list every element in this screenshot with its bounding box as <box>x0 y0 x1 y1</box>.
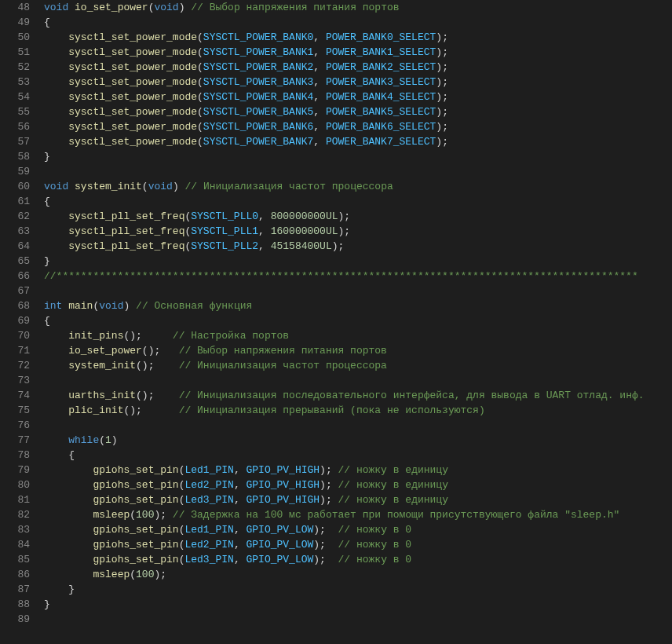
code-area[interactable]: void io_set_power(void) // Выбор напряже… <box>44 0 672 644</box>
code-line[interactable]: //**************************************… <box>44 269 666 284</box>
code-line[interactable]: sysctl_pll_set_freq(SYSCTL_PLL0, 8000000… <box>44 209 666 224</box>
token-fn: io_set_power <box>75 2 148 13</box>
code-line[interactable]: uarths_init(); // Инициализация последов… <box>44 388 666 403</box>
line-number: 66 <box>6 269 30 284</box>
token-pn: ( <box>197 61 203 73</box>
code-line[interactable]: init_pins(); // Настройка портов <box>44 328 666 343</box>
token-pn: , <box>234 539 247 551</box>
code-line[interactable]: int main(void) // Основная функция <box>44 298 666 313</box>
token-fn: sysctl_set_power_mode <box>68 91 197 103</box>
code-line[interactable]: sysctl_set_power_mode(SYSCTL_POWER_BANK5… <box>44 104 666 119</box>
code-line[interactable]: gpiohs_set_pin(Led2_PIN, GPIO_PV_LOW); /… <box>44 537 666 552</box>
token-num: 100 <box>136 569 154 580</box>
code-line[interactable]: { <box>44 313 666 328</box>
code-line[interactable] <box>44 418 666 433</box>
code-line[interactable]: gpiohs_set_pin(Led3_PIN, GPIO_PV_LOW); /… <box>44 552 666 567</box>
token-pn <box>44 225 68 237</box>
code-line[interactable]: { <box>44 194 666 209</box>
token-pn <box>44 569 93 580</box>
token-pn: ); <box>313 554 338 565</box>
code-line[interactable] <box>44 373 666 388</box>
code-line[interactable]: sysctl_set_power_mode(SYSCTL_POWER_BANK6… <box>44 119 666 134</box>
line-number: 50 <box>6 30 30 45</box>
code-line[interactable]: gpiohs_set_pin(Led2_PIN, GPIO_PV_HIGH); … <box>44 478 666 492</box>
token-fn: uarths_init <box>68 390 136 401</box>
code-line[interactable]: { <box>44 448 666 463</box>
code-line[interactable]: sysctl_set_power_mode(SYSCTL_POWER_BANK0… <box>44 30 666 45</box>
code-line[interactable]: { <box>44 15 666 30</box>
token-num: 800000000UL <box>271 210 338 222</box>
token-fn: gpiohs_set_pin <box>93 494 178 506</box>
token-cmt: // Инициализация последовательного интер… <box>179 390 645 401</box>
token-pn <box>44 464 93 476</box>
token-pn: ( <box>130 509 136 521</box>
code-line[interactable]: void io_set_power(void) // Выбор напряже… <box>44 0 666 15</box>
token-pn: (); <box>123 404 178 416</box>
token-fn: sysctl_set_power_mode <box>68 121 197 133</box>
code-line[interactable]: } <box>44 149 666 164</box>
code-line[interactable] <box>44 284 666 298</box>
code-line[interactable]: } <box>44 254 666 269</box>
token-num: 100 <box>136 509 154 521</box>
line-number: 80 <box>6 478 30 492</box>
token-pn: ( <box>197 91 203 103</box>
code-line[interactable]: msleep(100); <box>44 567 666 582</box>
code-line[interactable]: sysctl_set_power_mode(SYSCTL_POWER_BANK1… <box>44 45 666 60</box>
token-pn: , <box>313 91 326 103</box>
line-number: 48 <box>6 0 30 15</box>
token-pn <box>44 509 93 521</box>
code-line[interactable]: io_set_power(); // Выбор напряжения пита… <box>44 343 666 358</box>
token-fn: sysctl_set_power_mode <box>68 61 197 73</box>
line-number-gutter: 4849505152535455565758596061626364656667… <box>0 0 44 644</box>
token-pn: ); <box>436 76 448 88</box>
token-pn <box>44 330 68 342</box>
token-pn: ) <box>111 434 118 446</box>
code-line[interactable]: sysctl_set_power_mode(SYSCTL_POWER_BANK3… <box>44 75 666 90</box>
code-line[interactable] <box>44 164 666 179</box>
token-enum: POWER_BANK2_SELECT <box>326 61 436 73</box>
token-fn: io_set_power <box>68 345 142 357</box>
code-line[interactable]: } <box>44 582 666 597</box>
token-kw: void <box>44 2 68 13</box>
code-line[interactable]: while(1) <box>44 433 666 448</box>
line-number: 74 <box>6 388 30 403</box>
code-line[interactable]: sysctl_set_power_mode(SYSCTL_POWER_BANK7… <box>44 134 666 149</box>
token-brace: { <box>44 315 50 327</box>
line-number: 56 <box>6 119 30 134</box>
code-line[interactable]: } <box>44 597 666 612</box>
code-line[interactable]: gpiohs_set_pin(Led3_PIN, GPIO_PV_HIGH); … <box>44 492 666 507</box>
token-pn: ) <box>179 2 192 13</box>
code-editor[interactable]: 4849505152535455565758596061626364656667… <box>0 0 672 644</box>
code-line[interactable]: msleep(100); // Задержка на 100 мс работ… <box>44 507 666 522</box>
token-pn <box>44 345 68 357</box>
token-cmt: // Инициализация частот процессора <box>185 181 393 192</box>
code-line[interactable]: sysctl_set_power_mode(SYSCTL_POWER_BANK4… <box>44 90 666 104</box>
token-const: SYSCTL_POWER_BANK7 <box>203 136 313 148</box>
token-pn <box>44 449 68 461</box>
token-pn <box>44 494 93 506</box>
code-line[interactable]: void system_init(void) // Инициализация … <box>44 179 666 194</box>
line-number: 69 <box>6 313 30 328</box>
token-fn: msleep <box>93 569 130 580</box>
token-cmt: // ножку в единицу <box>338 464 448 476</box>
token-const: Led1_PIN <box>184 464 233 476</box>
code-line[interactable] <box>44 612 666 627</box>
code-line[interactable]: sysctl_set_power_mode(SYSCTL_POWER_BANK2… <box>44 60 666 75</box>
line-number: 49 <box>6 15 30 30</box>
code-line[interactable]: gpiohs_set_pin(Led1_PIN, GPIO_PV_HIGH); … <box>44 463 666 478</box>
token-fn: sysctl_set_power_mode <box>68 136 197 148</box>
token-enum: GPIO_PV_HIGH <box>246 464 320 476</box>
token-cmt: // ножку в 0 <box>338 554 412 565</box>
code-line[interactable]: sysctl_pll_set_freq(SYSCTL_PLL1, 1600000… <box>44 224 666 239</box>
code-line[interactable]: sysctl_pll_set_freq(SYSCTL_PLL2, 4515840… <box>44 239 666 254</box>
token-pn: (); <box>136 360 179 371</box>
token-enum: GPIO_PV_LOW <box>246 524 313 536</box>
code-line[interactable]: gpiohs_set_pin(Led1_PIN, GPIO_PV_LOW); /… <box>44 522 666 537</box>
token-fn: msleep <box>93 509 130 521</box>
code-line[interactable]: plic_init(); // Инициализация прерываний… <box>44 403 666 418</box>
code-line[interactable]: system_init(); // Инициализация частот п… <box>44 358 666 373</box>
token-const: Led2_PIN <box>184 479 233 491</box>
token-fn: sysctl_set_power_mode <box>68 46 197 58</box>
token-fn: sysctl_pll_set_freq <box>68 225 184 237</box>
token-pn <box>44 360 68 371</box>
